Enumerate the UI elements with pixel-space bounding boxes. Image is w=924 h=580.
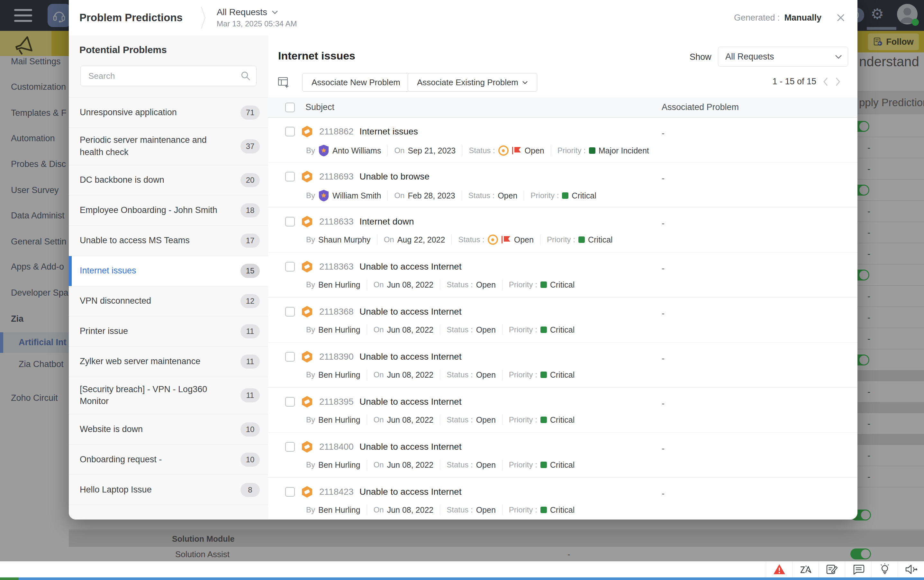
problem-label: Unresponsive application xyxy=(80,100,177,125)
problem-label: DC backbone is down xyxy=(80,168,164,193)
row-meta: By Ben Hurling On Jun 08, 2022 Status : … xyxy=(306,505,574,515)
associate-existing-problem-button[interactable]: Associate Existing Problem xyxy=(408,73,537,92)
problem-label: [Security breach] - VPN - Log360 Monitor xyxy=(80,377,228,414)
requester-name[interactable]: Ben Hurling xyxy=(318,460,360,470)
associated-problem-value: - xyxy=(662,308,664,318)
table-row[interactable]: 2118423 Unable to access Internet By Ben… xyxy=(268,478,857,519)
column-settings-icon[interactable] xyxy=(278,76,290,88)
requester-name[interactable]: William Smith xyxy=(332,191,381,200)
on-label: On xyxy=(373,415,384,424)
prev-page-button[interactable] xyxy=(823,77,829,87)
problem-item-zylker-web-server[interactable]: Zylker web server maintenance11 xyxy=(69,347,268,377)
alert-button[interactable] xyxy=(766,561,792,577)
associate-new-problem-button[interactable]: Associate New Problem xyxy=(302,73,409,92)
row-checkbox[interactable] xyxy=(285,442,295,451)
row-checkbox[interactable] xyxy=(285,397,295,407)
ticket-subject[interactable]: Unable to access Internet xyxy=(360,306,462,317)
ticket-subject[interactable]: Internet issues xyxy=(360,127,418,137)
problem-item-employee-onboarding[interactable]: Employee Onboarding - John Smith18 xyxy=(69,196,268,226)
problem-item-printer-issue[interactable]: Printer issue11 xyxy=(69,316,268,347)
problem-item-website-down[interactable]: Website is down10 xyxy=(69,414,268,445)
row-checkbox[interactable] xyxy=(285,172,295,181)
ticket-subject[interactable]: Unable to browse xyxy=(360,171,429,182)
breadcrumb-separator xyxy=(201,5,206,30)
ticket-subject[interactable]: Unable to access Internet xyxy=(360,397,462,407)
ticket-subject[interactable]: Internet down xyxy=(360,216,414,227)
incident-icon xyxy=(301,440,314,453)
requester-name[interactable]: Ben Hurling xyxy=(318,325,360,334)
incident-icon xyxy=(301,305,314,318)
row-checkbox[interactable] xyxy=(285,262,295,272)
problem-item-security-breach-vpn[interactable]: [Security breach] - VPN - Log360 Monitor… xyxy=(69,377,268,415)
table-row[interactable]: 2118363 Unable to access Internet By Ben… xyxy=(268,252,857,298)
requester-name[interactable]: Ben Hurling xyxy=(318,370,360,380)
ticket-id[interactable]: 2118368 xyxy=(319,306,353,317)
search-input[interactable] xyxy=(88,68,237,84)
ticket-id[interactable]: 2118390 xyxy=(319,352,353,362)
requester-name[interactable]: Ben Hurling xyxy=(318,505,360,515)
ticket-id[interactable]: 2118395 xyxy=(319,397,353,407)
problem-item-dc-backbone-down[interactable]: DC backbone is down20 xyxy=(69,165,268,196)
row-checkbox[interactable] xyxy=(285,127,295,137)
priority-value: Critical xyxy=(550,460,574,470)
chat-button[interactable] xyxy=(845,561,871,577)
ticket-subject[interactable]: Unable to access Internet xyxy=(360,442,462,452)
table-row[interactable]: 2118633 Internet down By Shaun Murphy On… xyxy=(268,208,857,252)
problem-count-badge: 20 xyxy=(240,173,260,187)
idea-button[interactable] xyxy=(871,561,898,577)
row-checkbox[interactable] xyxy=(285,217,295,226)
status-label: Status : xyxy=(447,370,473,379)
row-checkbox[interactable] xyxy=(285,487,295,497)
next-page-button[interactable] xyxy=(835,77,841,87)
table-row[interactable]: 2118862 Internet issues By Anto Williams… xyxy=(268,117,857,162)
ticket-id[interactable]: 2118633 xyxy=(319,216,353,227)
ticket-subject[interactable]: Unable to access Internet xyxy=(360,262,462,272)
table-row[interactable]: 2118368 Unable to access Internet By Ben… xyxy=(268,298,857,343)
scope-selector[interactable]: All Requests xyxy=(217,7,297,17)
red-flag-icon xyxy=(501,236,511,244)
table-row[interactable]: 2118693 Unable to browse By William Smit… xyxy=(268,162,857,208)
priority-color-swatch xyxy=(541,507,547,513)
ticket-subject[interactable]: Unable to access Internet xyxy=(360,352,462,362)
problem-item-hello-laptop-issue[interactable]: Hello Laptop Issue8 xyxy=(69,475,268,505)
ticket-id[interactable]: 2118363 xyxy=(319,262,353,272)
show-filter-select[interactable]: All Requests xyxy=(718,47,848,67)
incident-icon xyxy=(301,485,314,498)
compose-button[interactable] xyxy=(819,561,845,577)
requester-name[interactable]: Ben Hurling xyxy=(318,280,360,290)
announce-button[interactable] xyxy=(898,561,924,577)
ticket-id[interactable]: 2118423 xyxy=(319,487,353,497)
zia-button[interactable] xyxy=(792,561,819,577)
associated-problem-value: - xyxy=(662,443,664,453)
problem-item-internet-issues[interactable]: Internet issues15 xyxy=(69,256,268,286)
table-row[interactable]: 2118395 Unable to access Internet By Ben… xyxy=(268,388,857,433)
problem-item-unable-ms-teams[interactable]: Unable to access MS Teams17 xyxy=(69,226,268,256)
ticket-subject[interactable]: Unable to access Internet xyxy=(360,487,462,497)
associated-problem-value: - xyxy=(662,264,664,274)
generated-value: Manually xyxy=(784,13,822,23)
requester-name[interactable]: Anto Williams xyxy=(332,146,381,155)
row-checkbox[interactable] xyxy=(285,352,295,362)
problem-item-vpn-disconnected[interactable]: VPN disconnected12 xyxy=(69,286,268,316)
ticket-id[interactable]: 2118693 xyxy=(319,171,353,182)
problem-item-onboarding-request[interactable]: Onboarding request -10 xyxy=(69,445,268,475)
close-button[interactable] xyxy=(835,13,846,23)
requester-name[interactable]: Ben Hurling xyxy=(318,415,360,425)
table-row[interactable]: 2118400 Unable to access Internet By Ben… xyxy=(268,433,857,478)
problem-item-periodic-server-maintenance[interactable]: Periodic server maintenance and health c… xyxy=(69,128,268,165)
status-label: Status : xyxy=(469,191,495,200)
requester-name[interactable]: Shaun Murphy xyxy=(318,235,371,244)
ticket-id[interactable]: 2118400 xyxy=(319,442,353,452)
row-checkbox[interactable] xyxy=(285,307,295,316)
created-date: Aug 22, 2022 xyxy=(397,235,445,244)
pagination: 1 - 15 of 15 xyxy=(772,77,841,87)
potential-problems-panel: Potential Problems Unresponsive applicat… xyxy=(69,35,268,519)
row-meta: By William Smith On Feb 28, 2023 Status … xyxy=(306,189,597,202)
table-row[interactable]: 2118390 Unable to access Internet By Ben… xyxy=(268,343,857,388)
search-box xyxy=(81,66,256,86)
select-all-checkbox[interactable] xyxy=(285,103,295,112)
alert-triangle-icon xyxy=(773,564,786,575)
problem-item-unresponsive-application[interactable]: Unresponsive application71 xyxy=(69,97,268,128)
ticket-id[interactable]: 2118862 xyxy=(319,127,353,137)
on-label: On xyxy=(373,370,384,379)
